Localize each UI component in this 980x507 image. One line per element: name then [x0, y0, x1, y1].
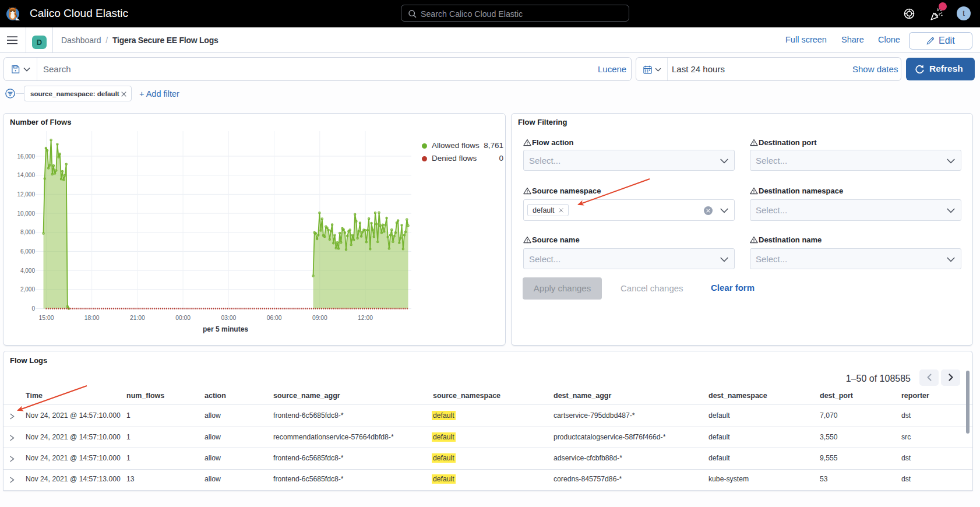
svg-text:21:00: 21:00	[130, 315, 145, 321]
svg-text:10,000: 10,000	[17, 210, 35, 217]
svg-text:12,000: 12,000	[17, 191, 35, 198]
svg-text:15:00: 15:00	[39, 315, 54, 321]
svg-text:16,000: 16,000	[17, 153, 35, 160]
svg-text:18:00: 18:00	[84, 315, 100, 321]
svg-text:4,000: 4,000	[20, 267, 35, 274]
svg-text:0: 0	[31, 305, 35, 312]
svg-text:03:00: 03:00	[221, 315, 236, 321]
svg-text:6,000: 6,000	[20, 248, 35, 255]
svg-text:8,000: 8,000	[20, 229, 35, 235]
svg-text:06:00: 06:00	[267, 315, 282, 321]
svg-text:09:00: 09:00	[312, 315, 327, 321]
svg-text:00:00: 00:00	[175, 315, 191, 321]
svg-text:12:00: 12:00	[358, 315, 373, 321]
svg-text:2,000: 2,000	[20, 286, 35, 293]
svg-text:14,000: 14,000	[17, 172, 35, 178]
